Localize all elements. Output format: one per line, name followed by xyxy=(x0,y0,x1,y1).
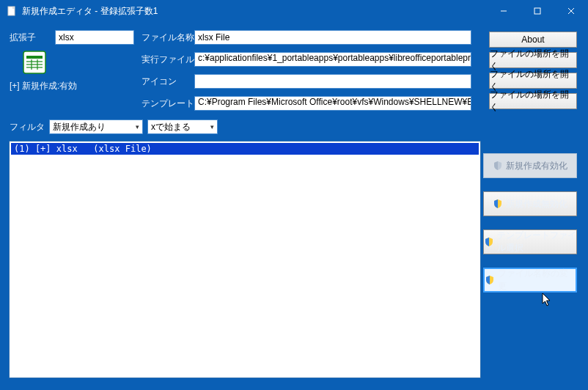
list-item[interactable]: (1) [+] xlsx (xlsx File) xyxy=(11,143,479,155)
executable-input[interactable]: c:¥applicationfiles¥1_portableapps¥porta… xyxy=(194,52,471,67)
side-buttons: 新規作成有効化 新規作成無効化 テンプレートファイル選択 ファイル名称の変更 xyxy=(483,153,577,292)
filetype-icon xyxy=(21,49,48,76)
startswith-combo[interactable]: xで始まる ▾ xyxy=(147,119,218,134)
about-button[interactable]: About xyxy=(489,32,577,48)
minimize-button[interactable] xyxy=(487,0,521,22)
app-window: 新規作成エディタ - 登録拡張子数1 About ファイルの場所を開く ファイル… xyxy=(0,0,588,390)
icon-label: アイコン xyxy=(142,76,190,88)
close-button[interactable] xyxy=(554,0,588,22)
rename-file-label: ファイル名称の変更 xyxy=(498,268,576,292)
left-column: 拡張子 [+] 新規作成:有効 xyxy=(10,30,142,114)
extension-listbox[interactable]: (1) [+] xlsx (xlsx File) xyxy=(10,141,480,378)
window-title: 新規作成エディタ - 登録拡張子数1 xyxy=(22,5,487,18)
chevron-down-icon: ▾ xyxy=(136,123,139,130)
filter-combo[interactable]: 新規作成あり ▾ xyxy=(49,119,143,134)
select-template-label: テンプレートファイル選択 xyxy=(497,229,576,254)
shield-icon xyxy=(484,237,494,247)
disable-new-label: 新規作成無効化 xyxy=(506,198,567,210)
fields-column: ファイル名称 実行ファイル c:¥applicationfiles¥1_port… xyxy=(142,30,476,114)
shield-icon xyxy=(485,275,495,285)
enable-new-label: 新規作成有効化 xyxy=(506,160,567,172)
titlebar[interactable]: 新規作成エディタ - 登録拡張子数1 xyxy=(0,0,588,22)
mouse-cursor-icon xyxy=(542,292,552,307)
icon-input[interactable] xyxy=(194,74,471,89)
filter-combo-value: 新規作成あり xyxy=(53,121,106,133)
filter-label: フィルタ xyxy=(10,121,45,133)
chevron-down-icon: ▾ xyxy=(210,123,214,130)
filename-label: ファイル名称 xyxy=(142,32,190,44)
svg-rect-7 xyxy=(26,56,43,59)
filter-row: フィルタ 新規作成あり ▾ xで始まる ▾ xyxy=(10,119,578,134)
extension-label: 拡張子 xyxy=(10,32,51,44)
template-input[interactable]: C:¥Program Files¥Microsoft Office¥root¥v… xyxy=(194,96,471,111)
svg-rect-1 xyxy=(12,7,15,9)
right-button-column: About ファイルの場所を開く ファイルの場所を開く ファイルの場所を開く xyxy=(489,32,577,109)
disable-new-button[interactable]: 新規作成無効化 xyxy=(483,191,577,216)
open-template-location-button[interactable]: ファイルの場所を開く xyxy=(489,93,577,109)
svg-rect-3 xyxy=(534,8,540,14)
shield-icon xyxy=(493,161,503,171)
filename-input[interactable] xyxy=(194,30,471,45)
extension-input[interactable] xyxy=(55,30,134,45)
open-icon-location-button[interactable]: ファイルの場所を開く xyxy=(489,73,577,89)
select-template-button[interactable]: テンプレートファイル選択 xyxy=(483,229,577,254)
open-exec-location-button[interactable]: ファイルの場所を開く xyxy=(489,52,577,68)
template-label: テンプレート xyxy=(142,98,190,110)
window-controls xyxy=(487,0,588,22)
shield-icon xyxy=(493,199,503,209)
maximize-button[interactable] xyxy=(521,0,554,22)
rename-file-button[interactable]: ファイル名称の変更 xyxy=(483,268,577,292)
svg-rect-6 xyxy=(23,51,45,73)
new-create-status-label: [+] 新規作成:有効 xyxy=(10,80,142,92)
executable-label: 実行ファイル xyxy=(142,54,190,66)
app-icon-small xyxy=(6,5,18,17)
startswith-combo-value: xで始まる xyxy=(151,121,191,133)
enable-new-button: 新規作成有効化 xyxy=(483,153,577,178)
client-area: About ファイルの場所を開く ファイルの場所を開く ファイルの場所を開く 拡… xyxy=(1,23,587,389)
